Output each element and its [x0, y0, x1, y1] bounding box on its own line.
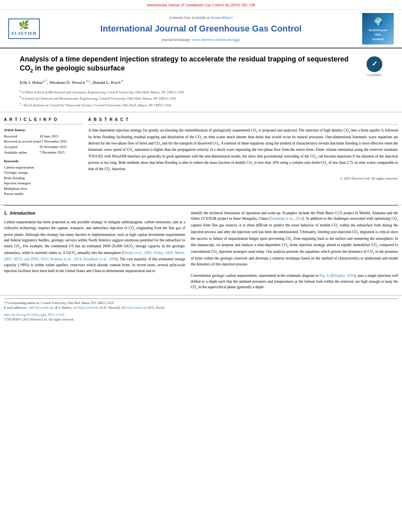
keyword-5: Multiphase flow — [4, 186, 83, 192]
elsevier-logo: 🌿 ELSEVIER — [6, 13, 42, 44]
intro-right-column: identify the technical limitations of op… — [191, 210, 398, 291]
intro-right-text: identify the technical limitations of op… — [191, 210, 398, 291]
keyword-2: Geologic storage — [4, 170, 83, 176]
homepage-link[interactable]: www.elsevier.com/locate/ijggc — [192, 37, 240, 42]
email-link-stroock[interactable]: ads10@cornell.edu — [73, 306, 99, 310]
journal-citation: International Journal of Greenhouse Gas … — [0, 0, 402, 10]
ref-dooley[interactable]: Dooley et al., 2005; Finley, 2005; Meyer… — [4, 251, 185, 261]
keywords-list: Carbon sequestration Geologic storage Br… — [4, 165, 83, 197]
email-link-koch[interactable]: dlk15@cornell.edu — [121, 306, 147, 310]
affiliation-a: a a Sibley School of Mechanical and Aero… — [20, 89, 382, 95]
email-addresses: E-mail addresses: ejh87@cornell.edu (E.J… — [4, 306, 398, 310]
copyright-notice: © 2015 Elsevier Ltd. All rights reserved… — [88, 176, 398, 181]
intro-left-column: 1. Introduction Carbon sequestration has… — [4, 210, 185, 291]
corresponding-author: * Corresponding author at: Cornell Unive… — [4, 301, 398, 306]
intro-left-text: Carbon sequestration has been proposed a… — [4, 219, 185, 274]
intro-heading: 1. Introduction — [4, 210, 185, 216]
article-history: Article history: Received 18 June 2015 R… — [4, 128, 83, 155]
keyword-6: Porous media — [4, 191, 83, 197]
affiliation-c: c c Kavli Institute at Cornell for Nanos… — [20, 102, 382, 108]
doi-link[interactable]: http://dx.doi.org/10.1016/j.ijggc.2015.1… — [4, 313, 64, 317]
issn-line: 1750-5836/© 2015 Elsevier Ltd. All right… — [4, 317, 398, 322]
paper-title: Analysis of a time dependent injection s… — [20, 55, 382, 74]
article-info-abstract: A R T I C L E I N F O Article history: R… — [0, 112, 402, 205]
introduction-section: 1. Introduction Carbon sequestration has… — [0, 206, 402, 291]
article-info-panel: A R T I C L E I N F O Article history: R… — [4, 117, 83, 201]
journal-header: 🌿 ELSEVIER Contents lists available at S… — [0, 10, 402, 48]
affiliation-b: b b School of Chemical and Biomolecular … — [20, 95, 382, 102]
footnote-divider — [4, 298, 398, 299]
keyword-1: Carbon sequestration — [4, 165, 83, 171]
ref-zunsheng[interactable]: Zunsheng et al., 2014 — [270, 217, 303, 221]
footer: http://dx.doi.org/10.1016/j.ijggc.2015.1… — [0, 310, 402, 324]
keyword-3: Brine flooding — [4, 176, 83, 181]
sciencedirect-link[interactable]: ScienceDirect — [210, 15, 233, 20]
received-revised-row: Received in revised form 17 November 201… — [4, 139, 83, 144]
paper-header: ✓ CrossMark Analysis of a time dependent… — [0, 48, 402, 112]
contents-available: Contents lists available at ScienceDirec… — [169, 15, 233, 20]
authors-line: Erik J. Hubera,*, Abraham D. Stroock b,c… — [20, 78, 382, 85]
received-row: Received 18 June 2015 — [4, 134, 83, 139]
abstract-panel: A B S T R A C T A time dependent injecti… — [88, 117, 398, 201]
available-row: Available online 7 December 2015 — [4, 150, 83, 155]
email-link-huber[interactable]: ejh87@cornell.edu — [28, 306, 54, 310]
ref-fig1a[interactable]: Fig. 1a — [319, 274, 330, 278]
greenhouse-logo: 🌍 Greenhouse Gas Control — [360, 13, 396, 44]
keyword-4: Injection strategies — [4, 181, 83, 186]
abstract-text: A time dependent injection strategy for … — [88, 128, 398, 173]
journal-title-block: Contents lists available at ScienceDirec… — [46, 13, 356, 44]
crossmark-badge: ✓ CrossMark — [367, 56, 382, 77]
footnotes: * Corresponding author at: Cornell Unive… — [0, 295, 402, 310]
accepted-row: Accepted 20 November 2015 — [4, 145, 83, 150]
keywords-group: Keywords: Carbon sequestration Geologic … — [4, 159, 83, 197]
journal-name: International Journal of Greenhouse Gas … — [100, 23, 302, 35]
ref-doughty[interactable]: Doughty, 2010 — [332, 274, 355, 278]
affiliations: a a Sibley School of Mechanical and Aero… — [20, 89, 382, 108]
journal-homepage: journal homepage: www.elsevier.com/locat… — [162, 37, 240, 43]
